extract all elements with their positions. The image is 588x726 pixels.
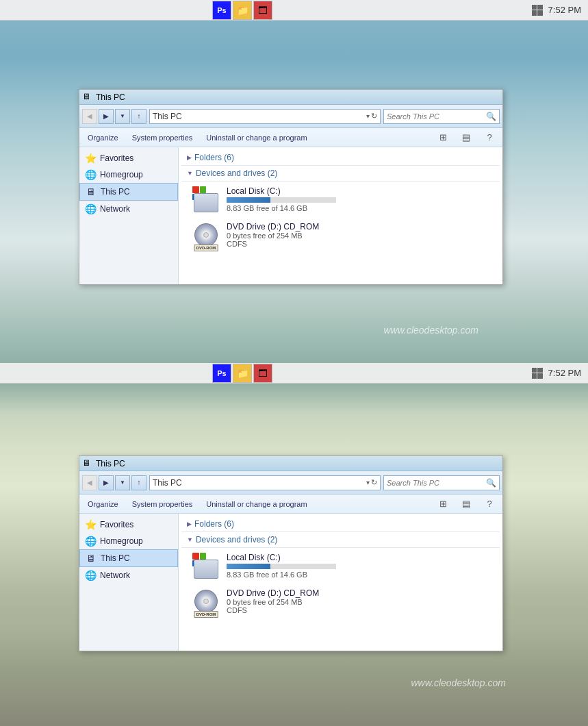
drive-free-c-1: 8.83 GB free of 14.6 GB [227, 204, 489, 212]
view-preview-btn-2[interactable]: ▤ [459, 497, 474, 512]
drive-name-c-1: Local Disk (C:) [227, 186, 489, 196]
dvd-disc-d-1 [194, 223, 218, 247]
taskbar-windows-icon-2[interactable]: 🗔 [253, 364, 272, 383]
back-btn-2[interactable]: ◀ [82, 475, 97, 490]
thispc-icon-1: 🖥 [86, 186, 97, 197]
address-bar-2[interactable]: This PC ▾ ↻ [149, 475, 381, 490]
favorites-icon-2: ⭐ [85, 519, 96, 530]
back-btn-1[interactable]: ◀ [82, 109, 97, 124]
sidebar-item-thispc-2[interactable]: 🖥 This PC [79, 549, 178, 567]
taskbar-right-2: 7:52 PM [532, 368, 581, 379]
drive-item-c-1[interactable]: Local Disk (C:) 8.83 GB free of 14.6 GB [181, 182, 500, 217]
hdd-body-c-2 [194, 560, 218, 579]
taskbar-right: 7:52 PM [532, 5, 581, 16]
homegroup-icon-1: 🌐 [85, 169, 96, 180]
folders-section-header-1[interactable]: ▶ Folders (6) [181, 150, 500, 166]
title-text-2: This PC [96, 459, 125, 468]
organize-btn-1[interactable]: Organize [85, 132, 121, 143]
drive-fs-d-1: CDFS [227, 240, 489, 248]
toolbar-2: Organize System properties Uninstall or … [79, 495, 502, 514]
explorer-window-2: 🖥 This PC ◀ ▶ ▼ ↑ This PC ▾ ↻ 🔍 Organize… [79, 455, 503, 651]
system-properties-btn-1[interactable]: System properties [129, 132, 196, 143]
hdd-icon-c-2 [192, 552, 220, 579]
nav-bar-2: ◀ ▶ ▼ ↑ This PC ▾ ↻ 🔍 [79, 471, 502, 495]
search-input-1[interactable] [387, 112, 486, 121]
search-bar-1[interactable]: 🔍 [383, 109, 500, 124]
view-details-btn-1[interactable]: ⊞ [435, 130, 450, 145]
search-bar-2[interactable]: 🔍 [383, 475, 500, 490]
folders-label-1: Folders (6) [194, 153, 234, 162]
search-icon-1[interactable]: 🔍 [486, 112, 496, 121]
sidebar-label-favorites-2: Favorites [100, 520, 133, 529]
drive-bar-c-2 [227, 564, 336, 569]
uninstall-btn-1[interactable]: Uninstall or change a program [203, 132, 309, 143]
main-panel-1: ▶ Folders (6) ▼ Devices and drives (2) [179, 147, 502, 284]
taskbar-time-middle: 7:52 PM [548, 368, 581, 378]
drive-free-d-2: 0 bytes free of 254 MB [227, 598, 489, 606]
taskbar-photoshop-icon[interactable]: Ps [212, 1, 231, 20]
refresh-btn-2[interactable]: ↻ [371, 478, 377, 487]
devices-section-header-1[interactable]: ▼ Devices and drives (2) [181, 166, 500, 182]
address-arrow-2[interactable]: ▾ [366, 479, 370, 486]
view-preview-btn-1[interactable]: ▤ [459, 130, 474, 145]
thispc-icon-2: 🖥 [86, 553, 97, 564]
address-bar-1[interactable]: This PC ▾ ↻ [149, 109, 381, 124]
taskbar-top: Ps 📁 🗔 7:52 PM [0, 0, 588, 21]
sidebar-label-thispc-2: This PC [101, 553, 130, 563]
dvd-center-d-1 [203, 232, 209, 238]
drive-item-d-1[interactable]: DVD-ROM DVD Drive (D:) CD_ROM 0 bytes fr… [181, 217, 500, 253]
drive-info-d-1: DVD Drive (D:) CD_ROM 0 bytes free of 25… [227, 222, 489, 248]
favorites-icon-1: ⭐ [85, 153, 96, 164]
sidebar-label-network-2: Network [100, 571, 130, 580]
main-panel-2: ▶ Folders (6) ▼ Devices and drives (2) [179, 514, 502, 651]
sidebar-label-favorites-1: Favorites [100, 153, 133, 163]
sidebar-item-homegroup-2[interactable]: 🌐 Homegroup [79, 533, 178, 549]
sidebar-item-favorites-2[interactable]: ⭐ Favorites [79, 516, 178, 533]
search-icon-2[interactable]: 🔍 [486, 478, 496, 488]
up-btn-2[interactable]: ↑ [131, 475, 146, 490]
sidebar-label-homegroup-1: Homegroup [100, 170, 143, 179]
toolbar-1: Organize System properties Uninstall or … [79, 128, 502, 147]
forward-btn-2[interactable]: ▶ [99, 475, 114, 490]
search-input-2[interactable] [387, 479, 486, 487]
view-details-btn-2[interactable]: ⊞ [435, 497, 450, 512]
dvd-icon-d-1: DVD-ROM [192, 221, 220, 249]
drive-info-d-2: DVD Drive (D:) CD_ROM 0 bytes free of 25… [227, 588, 489, 614]
forward-btn-1[interactable]: ▶ [99, 109, 114, 124]
dvd-wrapper-d-1: DVD-ROM [192, 221, 220, 249]
sidebar-item-thispc-1[interactable]: 🖥 This PC [79, 183, 178, 201]
taskbar-photoshop-icon-2[interactable]: Ps [212, 364, 231, 383]
hdd-icon-c-1 [192, 186, 220, 213]
sidebar-item-favorites-1[interactable]: ⭐ Favorites [79, 150, 178, 166]
sidebar-1: ⭐ Favorites 🌐 Homegroup 🖥 This PC 🌐 Netw… [79, 147, 179, 284]
dropdown-btn-1[interactable]: ▼ [115, 109, 130, 124]
folders-section-header-2[interactable]: ▶ Folders (6) [181, 516, 500, 532]
drive-item-c-2[interactable]: Local Disk (C:) 8.83 GB free of 14.6 GB [181, 548, 500, 584]
sidebar-item-homegroup-1[interactable]: 🌐 Homegroup [79, 166, 178, 183]
devices-section-header-2[interactable]: ▼ Devices and drives (2) [181, 532, 500, 548]
folders-arrow-1: ▶ [187, 154, 192, 161]
sidebar-item-network-1[interactable]: 🌐 Network [79, 201, 178, 217]
nav-bar-1: ◀ ▶ ▼ ↑ This PC ▾ ↻ 🔍 [79, 105, 502, 128]
explorer-body-2: ⭐ Favorites 🌐 Homegroup 🖥 This PC 🌐 Netw… [79, 514, 502, 651]
help-btn-1[interactable]: ? [482, 130, 497, 145]
taskbar-folder-icon-2[interactable]: 📁 [233, 364, 252, 383]
sidebar-label-network-1: Network [100, 204, 130, 214]
taskbar-windows-icon[interactable]: 🗔 [253, 1, 272, 20]
organize-btn-2[interactable]: Organize [85, 499, 121, 510]
sidebar-item-network-2[interactable]: 🌐 Network [79, 567, 178, 584]
dropdown-btn-2[interactable]: ▼ [115, 475, 130, 490]
address-text-1: This PC [153, 112, 366, 121]
up-btn-1[interactable]: ↑ [131, 109, 146, 124]
help-btn-2[interactable]: ? [482, 497, 497, 512]
taskbar-grid-icon [532, 5, 543, 16]
taskbar-folder-icon[interactable]: 📁 [233, 1, 252, 20]
explorer-window-1: 🖥 This PC ◀ ▶ ▼ ↑ This PC ▾ ↻ 🔍 Organize… [79, 89, 503, 285]
system-properties-btn-2[interactable]: System properties [129, 499, 196, 510]
taskbar-grid-icon-2 [532, 368, 543, 379]
uninstall-btn-2[interactable]: Uninstall or change a program [203, 499, 309, 510]
drive-item-d-2[interactable]: DVD-ROM DVD Drive (D:) CD_ROM 0 bytes fr… [181, 584, 500, 619]
network-icon-2: 🌐 [85, 570, 96, 581]
address-arrow-1[interactable]: ▾ [366, 112, 370, 120]
refresh-btn-1[interactable]: ↻ [371, 112, 377, 121]
